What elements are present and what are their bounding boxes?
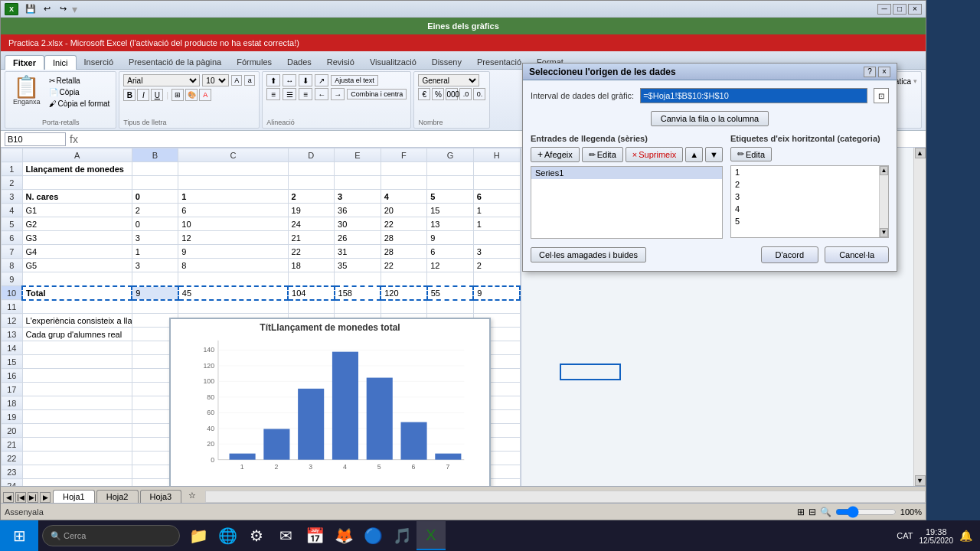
tab-dades[interactable]: Dades [279,55,319,69]
cell-r3-c3[interactable]: 2 [288,190,335,204]
cell-r1-c1[interactable] [132,162,178,176]
hidden-cells-button[interactable]: Cel·les amagades i buides [531,247,646,262]
cell-r11-c3[interactable] [288,300,335,314]
taskbar-icon-calendar[interactable]: 📅 [300,521,329,550]
retalla-button[interactable]: ✂Retalla [47,76,113,86]
dialog-close-button[interactable]: × [878,67,890,77]
cell-r5-c2[interactable]: 10 [178,217,288,231]
cell-r10-c0[interactable]: Total [22,286,132,300]
cell-r4-c7[interactable]: 1 [473,204,520,217]
align-left[interactable]: ≡ [266,88,280,100]
cell-r7-c7[interactable]: 3 [473,245,520,259]
cell-r11-c6[interactable] [427,300,474,314]
cell-r11-c2[interactable] [178,300,288,314]
row-header-19[interactable]: 19 [2,410,23,424]
decimal-add[interactable]: .0 [459,88,472,100]
cell-r6-c7[interactable] [473,231,520,245]
cell-r4-c5[interactable]: 20 [381,204,427,217]
col-header-f[interactable]: F [381,148,427,162]
italic-button[interactable]: I [137,89,149,101]
switch-row-col-button[interactable]: Canvia la fila o la columna [651,111,769,126]
legend-item-series1[interactable]: Series1 [531,167,722,179]
axis-list[interactable]: 1 2 3 4 5 ▲ ▼ [730,165,889,238]
taskbar-icon-settings[interactable]: ⚙ [242,521,271,550]
sheet-tab-hoja2[interactable]: Hoja2 [96,490,139,503]
cell-r20-c0[interactable] [22,424,132,438]
combina-centra-button[interactable]: Combina i centra [347,89,407,99]
row-header-22[interactable]: 22 [2,452,23,465]
undo-button[interactable]: ↩ [40,3,54,15]
tab-presentacio-pagina[interactable]: Presentació de la pàgina [121,55,229,69]
col-header-b[interactable]: B [132,148,178,162]
cell-r3-c5[interactable]: 4 [381,190,427,204]
copia-button[interactable]: 📄Còpia [47,87,113,97]
chart-container[interactable]: TítLlançament de monedes total 0 20 40 [169,318,491,486]
cell-r8-c1[interactable]: 3 [132,259,178,272]
cell-r3-c7[interactable]: 6 [473,190,520,204]
cell-r11-c1[interactable] [132,300,178,314]
sheet-tab-hoja1[interactable]: Hoja1 [53,490,95,503]
legend-up-button[interactable]: ▲ [685,147,703,162]
enganxa-button[interactable]: 📋 Enganxa [9,74,44,108]
maximize-button[interactable]: □ [893,4,906,15]
axis-item-1[interactable]: 1 [731,166,888,178]
cell-r7-c2[interactable]: 9 [178,245,288,259]
cell-r4-c2[interactable]: 6 [178,204,288,217]
cell-r21-c0[interactable] [22,438,132,452]
cell-r5-c0[interactable]: G2 [22,217,132,231]
cell-r15-c0[interactable] [22,355,132,369]
align-right[interactable]: ≡ [299,88,312,100]
tab-inici[interactable]: Inici [44,55,77,70]
cell-r2-c4[interactable] [335,176,381,190]
font-size-up[interactable]: A [231,75,242,86]
row-header-6[interactable]: 6 [2,231,23,245]
comma-button[interactable]: 000 [446,88,458,100]
row-header-7[interactable]: 7 [2,245,23,259]
cell-r4-c1[interactable]: 2 [132,204,178,217]
border-button[interactable]: ⊞ [172,89,184,101]
cell-r9-c4[interactable] [335,272,381,286]
interval-input[interactable]: =$Hoja1!$B$10:$H$10 [640,88,867,103]
tab-presentacio[interactable]: Presentació [469,55,529,69]
row-header-9[interactable]: 9 [2,272,23,286]
cell-r2-c0[interactable] [22,176,132,190]
row-header-2[interactable]: 2 [2,176,23,190]
axis-item-4[interactable]: 4 [731,203,888,215]
axis-edit-button[interactable]: ✏ Edita [730,147,772,161]
interval-select-btn[interactable]: ⊡ [874,88,889,103]
sheet-scroll-first[interactable]: |◀ [15,492,26,503]
cell-r2-c2[interactable] [178,176,288,190]
cell-r10-c3[interactable]: 104 [288,286,335,300]
cell-r3-c6[interactable]: 5 [427,190,474,204]
notification-icon[interactable]: 🔔 [959,530,972,542]
tab-fitxer[interactable]: Fitxer [5,55,44,70]
cell-r7-c0[interactable]: G4 [22,245,132,259]
cell-r6-c4[interactable]: 26 [335,231,381,245]
col-header-c[interactable]: C [178,148,288,162]
cell-r1-c3[interactable] [288,162,335,176]
row-header-8[interactable]: 8 [2,259,23,272]
taskbar-icon-excel[interactable]: X [416,521,446,550]
percent-button[interactable]: % [432,88,444,100]
cell-r8-c0[interactable]: G5 [22,259,132,272]
close-button[interactable]: × [908,4,922,15]
zoom-slider[interactable] [835,507,897,517]
cell-r2-c1[interactable] [132,176,178,190]
row-header-16[interactable]: 16 [2,369,23,383]
sheet-scroll-right[interactable]: ▶ [40,492,51,503]
taskbar-icon-chrome[interactable]: 🔵 [358,521,387,550]
cell-r8-c7[interactable]: 2 [473,259,520,272]
cell-r10-c7[interactable]: 9 [473,286,520,300]
tab-visualitzacio[interactable]: Visualització [362,55,424,69]
cell-r9-c6[interactable] [427,272,474,286]
view-layout[interactable]: ⊟ [808,507,816,517]
cell-r5-c3[interactable]: 24 [288,217,335,231]
cell-r1-c7[interactable] [473,162,520,176]
cell-r4-c3[interactable]: 19 [288,204,335,217]
indent-increase[interactable]: → [331,88,345,100]
row-header-18[interactable]: 18 [2,396,23,410]
legend-list[interactable]: Series1 [531,166,723,239]
cell-r10-c4[interactable]: 158 [335,286,381,300]
cell-r2-c7[interactable] [473,176,520,190]
row-header-21[interactable]: 21 [2,438,23,452]
